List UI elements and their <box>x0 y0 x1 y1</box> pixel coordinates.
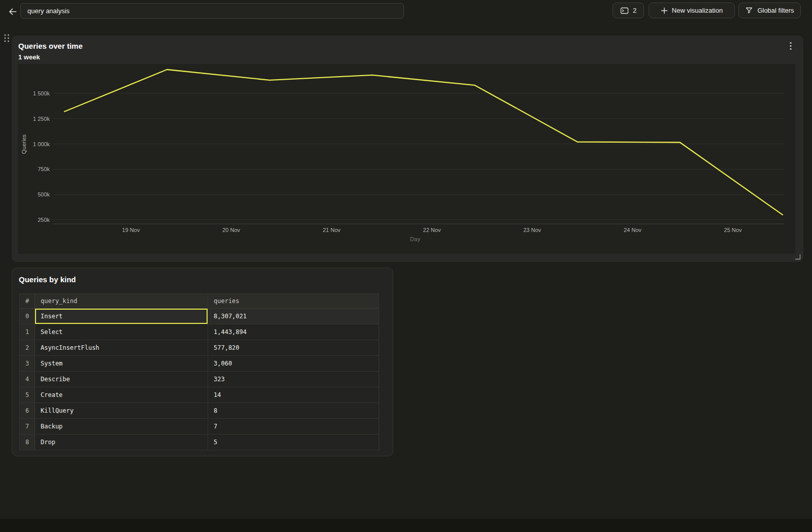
query-kind-cell[interactable]: Insert <box>35 309 208 324</box>
x-axis-title: Day <box>410 236 421 242</box>
y-tick-label: 1 250k <box>33 116 50 122</box>
table-header: #query_kindqueries <box>20 294 379 309</box>
console-icon <box>620 7 629 15</box>
plus-icon <box>661 7 668 14</box>
queries-value-cell[interactable]: 577,820 <box>208 340 379 356</box>
query-kind-cell[interactable]: AsyncInsertFlush <box>35 340 208 356</box>
queries-value-cell[interactable]: 5 <box>208 435 379 450</box>
queries-by-kind-table: #query_kindqueries 0Insert8,307,0211Sele… <box>19 293 379 450</box>
chart-menu-button[interactable] <box>786 40 795 51</box>
table-row: 0Insert8,307,021 <box>20 309 379 324</box>
y-tick-label: 500k <box>38 191 50 197</box>
x-tick-label: 19 Nov <box>122 227 140 233</box>
query-kind-cell[interactable]: Create <box>35 387 208 403</box>
query-kind-cell[interactable]: Drop <box>35 435 208 450</box>
queries-over-time-chart: 1 500k1 250k1 000k750k500k250k19 Nov20 N… <box>18 64 795 254</box>
x-tick-label: 25 Nov <box>724 227 742 233</box>
arrow-left-icon <box>8 7 18 17</box>
column-header-queries[interactable]: queries <box>208 294 379 309</box>
query-kind-cell[interactable]: KillQuery <box>35 403 208 419</box>
queries-value-cell[interactable]: 3,060 <box>208 356 379 372</box>
query-kind-cell[interactable]: Select <box>35 324 208 340</box>
top-bar: 2 New visualization Global filters <box>0 0 812 23</box>
x-tick-label: 22 Nov <box>423 227 441 233</box>
query-kind-cell[interactable]: System <box>35 356 208 372</box>
x-tick-label: 21 Nov <box>323 227 341 233</box>
y-tick-label: 1 500k <box>33 90 50 96</box>
line-chart-canvas[interactable]: 1 500k1 250k1 000k750k500k250k19 Nov20 N… <box>18 64 795 254</box>
queries-value-cell[interactable]: 323 <box>208 372 379 387</box>
chart-subtitle: 1 week <box>18 53 40 61</box>
row-index-cell: 3 <box>20 356 35 372</box>
global-filters-button[interactable]: Global filters <box>738 3 801 18</box>
x-tick-label: 20 Nov <box>222 227 240 233</box>
column-header-query_kind[interactable]: query_kind <box>35 294 208 309</box>
query-kind-cell[interactable]: Backup <box>35 419 208 435</box>
back-button[interactable] <box>5 4 20 19</box>
new-visualization-button[interactable]: New visualization <box>649 3 735 18</box>
row-index-cell: 5 <box>20 387 35 403</box>
queries-value-cell[interactable]: 7 <box>208 419 379 435</box>
funnel-icon <box>745 7 753 14</box>
resize-corner-icon <box>795 254 801 260</box>
table-row: 3System3,060 <box>20 356 379 372</box>
dashboard-title-input[interactable] <box>20 3 404 19</box>
row-index-cell: 7 <box>20 419 35 435</box>
queries-value-cell[interactable]: 8,307,021 <box>208 309 379 324</box>
kebab-menu-icon <box>790 42 792 50</box>
new-visualization-label: New visualization <box>672 7 723 14</box>
card-drag-handle[interactable] <box>4 34 10 45</box>
row-index-cell: 0 <box>20 309 35 324</box>
queries-value-cell[interactable]: 8 <box>208 403 379 419</box>
row-index-cell: 2 <box>20 340 35 356</box>
drag-handle-icon <box>4 34 10 43</box>
y-tick-label: 750k <box>38 166 50 172</box>
query-kind-cell[interactable]: Describe <box>35 372 208 387</box>
x-tick-label: 23 Nov <box>523 227 541 233</box>
global-filters-label: Global filters <box>757 7 794 14</box>
queries-value-cell[interactable]: 1,443,894 <box>208 324 379 340</box>
y-tick-label: 250k <box>38 217 50 223</box>
queries-line-series <box>64 70 783 215</box>
bottom-strip <box>0 519 812 532</box>
y-axis-title: Queries <box>21 134 27 154</box>
row-index-cell: 4 <box>20 372 35 387</box>
table-row: 7Backup7 <box>20 419 379 435</box>
card-resize-handle[interactable] <box>795 253 801 262</box>
console-queries-button[interactable]: 2 <box>613 3 644 18</box>
chart-title: Queries over time <box>18 42 83 50</box>
row-index-cell: 1 <box>20 324 35 340</box>
queries-over-time-card: Queries over time 1 week 1 500k1 250k1 0… <box>12 36 803 262</box>
queries-by-kind-card: Queries by kind #query_kindqueries 0Inse… <box>12 268 393 456</box>
y-tick-label: 1 000k <box>33 141 50 147</box>
row-index-cell: 6 <box>20 403 35 419</box>
console-count: 2 <box>633 7 636 14</box>
table-row: 6KillQuery8 <box>20 403 379 419</box>
column-header-index[interactable]: # <box>20 294 35 309</box>
x-tick-label: 24 Nov <box>624 227 641 233</box>
row-index-cell: 8 <box>20 435 35 450</box>
table-header-row: #query_kindqueries <box>20 294 379 309</box>
table-row: 1Select1,443,894 <box>20 324 379 340</box>
table-row: 8Drop5 <box>20 435 379 450</box>
table-row: 5Create14 <box>20 387 379 403</box>
table-row: 2AsyncInsertFlush577,820 <box>20 340 379 356</box>
table-row: 4Describe323 <box>20 372 379 387</box>
queries-value-cell[interactable]: 14 <box>208 387 379 403</box>
table-title: Queries by kind <box>19 275 76 284</box>
